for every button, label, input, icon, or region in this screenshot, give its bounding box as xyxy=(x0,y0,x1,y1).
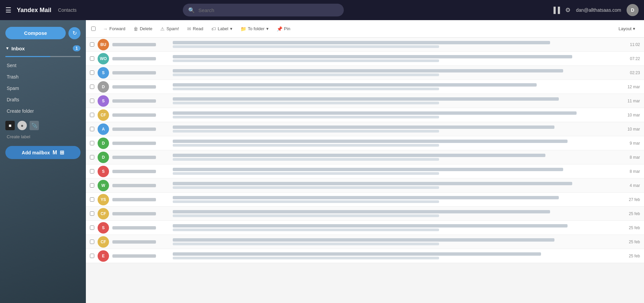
avatar: WO xyxy=(98,53,109,64)
delete-button[interactable]: 🗑 Delete xyxy=(130,24,156,34)
email-sender xyxy=(112,156,169,159)
read-button[interactable]: ✉ Read xyxy=(184,24,207,34)
email-checkbox[interactable] xyxy=(90,225,94,230)
sidebar-item-spam[interactable]: Spam xyxy=(0,83,86,94)
layout-dropdown-icon: ▾ xyxy=(633,26,635,31)
inbox-label: Inbox xyxy=(11,46,73,51)
table-row[interactable]: S 25 feb xyxy=(86,221,644,235)
table-row[interactable]: D 12 mar xyxy=(86,80,644,94)
sidebar-item-drafts[interactable]: Drafts xyxy=(0,94,86,105)
email-checkbox[interactable] xyxy=(90,113,94,117)
table-row[interactable]: W 4 mar xyxy=(86,179,644,193)
email-checkbox[interactable] xyxy=(90,70,94,75)
table-row[interactable]: S 11 mar xyxy=(86,94,644,108)
compose-button[interactable]: Compose xyxy=(5,27,66,39)
table-row[interactable]: D 9 mar xyxy=(86,136,644,150)
table-row[interactable]: D 8 mar xyxy=(86,150,644,164)
email-checkbox[interactable] xyxy=(90,254,94,258)
email-checkbox[interactable] xyxy=(90,197,94,202)
inbox-badge: 1 xyxy=(73,45,80,51)
email-area: → Forward 🗑 Delete ⚠ Spam! ✉ Read 🏷 Labe… xyxy=(86,20,644,303)
avatar: BU xyxy=(98,39,109,50)
email-sender xyxy=(112,57,169,60)
table-row[interactable]: S 8 mar xyxy=(86,164,644,179)
table-row[interactable]: CF 25 feb xyxy=(86,207,644,221)
table-row[interactable]: YS 27 feb xyxy=(86,193,644,207)
email-sender xyxy=(112,198,169,201)
email-sender xyxy=(112,113,169,117)
email-content xyxy=(173,210,616,217)
email-content xyxy=(173,168,616,175)
folder-icon: 📁 xyxy=(240,26,246,32)
columns-icon[interactable]: ▐▐ xyxy=(551,7,560,14)
email-content xyxy=(173,83,616,90)
email-checkbox[interactable] xyxy=(90,56,94,61)
email-sender xyxy=(112,99,169,103)
add-mailbox-button[interactable]: Add mailbox M ⊞ xyxy=(5,146,80,159)
table-row[interactable]: CF 25 feb xyxy=(86,235,644,249)
email-content xyxy=(173,252,616,259)
label-dot-icon[interactable]: ● xyxy=(17,121,27,130)
sidebar-item-trash[interactable]: Trash xyxy=(0,71,86,83)
table-row[interactable]: A 10 mar xyxy=(86,122,644,136)
email-sender xyxy=(112,170,169,173)
email-sender xyxy=(112,254,169,258)
email-time: 4 mar xyxy=(623,183,640,188)
table-row[interactable]: WO 07:22 xyxy=(86,52,644,66)
email-time: 12 mar xyxy=(623,85,640,89)
sidebar: Compose ↻ ▼ Inbox 1 Sent Trash Spam Draf… xyxy=(0,20,86,303)
refresh-button[interactable]: ↻ xyxy=(68,27,80,39)
label-black-icon[interactable]: ■ xyxy=(5,121,15,130)
email-checkbox[interactable] xyxy=(90,211,94,216)
pin-icon: 📌 xyxy=(277,26,282,32)
sidebar-item-sent[interactable]: Sent xyxy=(0,60,86,71)
inbox-arrow-icon: ▼ xyxy=(5,46,9,51)
table-row[interactable]: BU 11:02 xyxy=(86,38,644,52)
email-checkbox[interactable] xyxy=(90,99,94,103)
email-content xyxy=(173,140,616,147)
settings-icon[interactable]: ⚙ xyxy=(565,6,571,14)
email-time: 25 feb xyxy=(623,225,640,230)
label-clip-icon[interactable]: 📎 xyxy=(30,121,39,130)
email-sender xyxy=(112,226,169,230)
label-button[interactable]: 🏷 Label ▾ xyxy=(208,24,236,34)
email-checkbox[interactable] xyxy=(90,141,94,145)
compose-row: Compose ↻ xyxy=(0,24,86,42)
email-checkbox[interactable] xyxy=(90,42,94,47)
table-row[interactable]: S 02:23 xyxy=(86,66,644,80)
email-time: 10 mar xyxy=(623,127,640,132)
email-content xyxy=(173,182,616,189)
email-sender xyxy=(112,142,169,145)
avatar: CF xyxy=(98,236,109,248)
email-content xyxy=(173,224,616,231)
table-row[interactable]: CF 10 mar xyxy=(86,108,644,122)
search-icon: 🔍 xyxy=(188,7,195,13)
email-sender xyxy=(112,240,169,244)
hamburger-icon[interactable]: ☰ xyxy=(5,6,11,14)
forward-button[interactable]: → Forward xyxy=(100,24,129,34)
pin-button[interactable]: 📌 Pin xyxy=(273,24,294,34)
to-folder-button[interactable]: 📁 To folder ▾ xyxy=(237,24,272,34)
email-checkbox[interactable] xyxy=(90,240,94,244)
sidebar-item-create-folder[interactable]: Create folder xyxy=(0,105,86,117)
create-label-button[interactable]: Create label xyxy=(0,132,86,142)
email-checkbox[interactable] xyxy=(90,85,94,89)
avatar: S xyxy=(98,67,109,79)
avatar: CF xyxy=(98,208,109,219)
sidebar-item-inbox[interactable]: ▼ Inbox 1 xyxy=(0,42,86,55)
table-row[interactable]: E 25 feb xyxy=(86,249,644,263)
email-checkbox[interactable] xyxy=(90,169,94,173)
email-checkbox[interactable] xyxy=(90,127,94,131)
layout-button[interactable]: Layout ▾ xyxy=(615,24,639,33)
spam-button[interactable]: ⚠ Spam! xyxy=(157,24,182,34)
email-sender xyxy=(112,85,169,89)
select-all-checkbox[interactable] xyxy=(91,27,96,31)
label-dropdown-icon: ▾ xyxy=(230,26,232,31)
header-right: ▐▐ ⚙ dan@allthatsaas.com D xyxy=(551,4,639,16)
read-icon: ✉ xyxy=(187,26,191,32)
contacts-link[interactable]: Contacts xyxy=(58,7,76,13)
email-checkbox[interactable] xyxy=(90,183,94,188)
avatar: E xyxy=(98,250,109,262)
email-checkbox[interactable] xyxy=(90,155,94,159)
search-input[interactable] xyxy=(198,7,338,13)
